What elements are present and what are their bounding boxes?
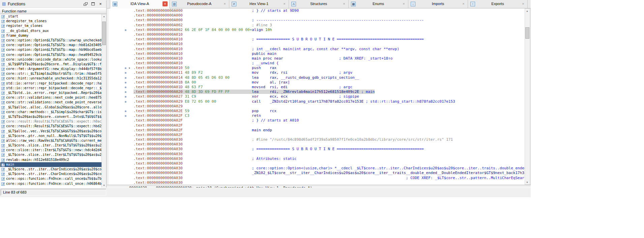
function-list-item[interactable]: fframe_dummy — [0, 33, 102, 38]
disassembly-line[interactable]: .text:000000000000A029 E8 72 05 00 00 ca… — [109, 99, 525, 104]
disassembly-line[interactable]: .text:000000000000A010 ; ===============… — [109, 37, 525, 42]
disassembly-line[interactable]: ▾.text:000000000000A010 50 push rax — [109, 66, 525, 70]
disassembly-line[interactable]: .text:000000000000A030 _ZN102_$LT$core__… — [109, 171, 525, 175]
disassembly-line[interactable]: .text:000000000000A030 — [109, 142, 525, 147]
disassembly-line[interactable]: .text:000000000000A01D 48 63 F7 movsxd r… — [109, 85, 525, 90]
function-list-item[interactable]: f_$LT$$RF$T$u20$as$u20$core..fmt..Displa… — [0, 62, 102, 67]
disassembly-line[interactable]: .text:000000000000A000 ; ---------------… — [109, 18, 525, 23]
functions-scrollbar-thumb[interactable] — [102, 22, 106, 45]
functions-titlebar[interactable]: ▤ Functions × — [0, 0, 106, 8]
function-list-item[interactable]: fcore::option::Option$LT$T$GT$::map::hb8… — [0, 43, 102, 47]
disassembly-line[interactable]: .text:000000000000A010 ; int __cdecl mai… — [109, 47, 525, 52]
disassembly-line[interactable]: .text:000000000000A030 ; core::option::O… — [109, 166, 525, 171]
tab-enums[interactable]: ▦Enums× — [349, 0, 408, 8]
function-list-item[interactable]: fstd::io::error::repr_bitpacked::decode_… — [0, 86, 102, 91]
disassembly-line[interactable]: .text:000000000000A030 — [109, 161, 525, 166]
disassembly-line[interactable]: .text:000000000000A010 main proc near ; … — [109, 56, 525, 61]
disassembly-line[interactable]: .text:000000000000A02E 59 pop rcx — [109, 109, 525, 113]
disassembly-line[interactable]: .text:000000000000A030 — [109, 180, 525, 185]
disassembly-view[interactable]: .text:000000000000A000 ; } // starts at … — [109, 8, 525, 185]
function-list-item[interactable]: f_$LT$core..slice..iter..Iter$LT$T$GT$$u… — [0, 143, 102, 148]
tab-structures[interactable]: AStructures× — [289, 0, 349, 8]
function-name-column-header[interactable]: Function name — [0, 8, 106, 14]
function-list-item[interactable]: fcore::hint::unreachable_unchecked::h1c3… — [0, 76, 102, 81]
disassembly-line[interactable]: .text:000000000000A030 ; Attributes: sta… — [109, 157, 525, 161]
tab-close-icon[interactable]: × — [163, 1, 168, 6]
function-list-item[interactable]: f_$LT$core..str..iter..CharIndices$u20$a… — [0, 167, 102, 172]
tab-close-icon[interactable]: × — [282, 1, 287, 6]
tab-exports[interactable]: ↑Exports× — [468, 0, 528, 8]
function-list-item[interactable]: fcore::str::validations::next_code_point… — [0, 95, 102, 100]
disassembly-line[interactable]: .text:000000000000A02F main endp — [109, 128, 525, 133]
close-button[interactable]: × — [97, 1, 104, 7]
disassembly-line[interactable]: .text:000000000000A014 48 8D 05 45 D6 03… — [109, 75, 525, 80]
maximize-button[interactable] — [90, 1, 96, 7]
disassembly-line[interactable]: .text:000000000000A02F ; } // starts at … — [109, 118, 525, 123]
function-list-item[interactable]: fcore::slice::iter::Iter$LT$T$GT$::new::… — [0, 148, 102, 152]
float-button[interactable] — [83, 1, 89, 7]
function-list-item[interactable]: fcore::ops::function::FnOnce::call_once$… — [0, 176, 102, 181]
function-list-item[interactable]: fcore::result::Result$LT$T$C$E$GT$::expe… — [0, 119, 102, 124]
disassembly-line[interactable]: .text:000000000000A027 31 C9 xor ecx, ec… — [109, 94, 525, 99]
disassembly-line[interactable]: .text:000000000000A030 — [109, 152, 525, 157]
disassembly-line[interactable]: .text:000000000000A010 public main — [109, 52, 525, 56]
scroll-up-arrow-icon[interactable]: ▴ — [102, 14, 106, 19]
function-list-item[interactable]: f_$LT$core..str..iter..CharIndices$u20$a… — [0, 172, 102, 176]
tab-close-icon[interactable]: × — [222, 1, 227, 6]
disassembly-line[interactable]: .text:000000000000A010 — [109, 42, 525, 46]
disassembly-line[interactable]: .text:000000000000A030 ; ===============… — [109, 147, 525, 151]
disassembly-line[interactable]: .text:000000000000A000 ; } // starts at … — [109, 8, 525, 13]
tab-ida-view-a[interactable]: ▤IDA View-A× — [110, 0, 170, 8]
disassembly-line[interactable]: .text:000000000000A030 ; #line "/rustc/8… — [109, 137, 525, 142]
function-list-item[interactable]: fmain — [0, 162, 102, 167]
functions-scrollbar[interactable]: ▴ ▾ — [101, 14, 106, 188]
collapse-arrow-icon[interactable]: ▾ — [128, 66, 130, 70]
disassembly-line[interactable]: .text:000000000000A002 66 2E 0F 1F 84 00… — [109, 28, 525, 32]
disassembly-line[interactable]: .text:000000000000A002 ; #line 3 — [109, 23, 525, 28]
function-list-item[interactable]: f_$LT$std..io..error..repr_bitpacked..Re… — [0, 91, 102, 95]
tab-hex-view-1[interactable]: #Hex View-1× — [229, 0, 289, 8]
function-list-item[interactable]: fregister_tm_clones — [0, 24, 102, 28]
function-list-item[interactable]: f_$LT$core..slice..iter..Iter$LT$T$GT$$u… — [0, 152, 102, 157]
disassembly-line[interactable]: .text:000000000000A02F C3 retn — [109, 113, 525, 118]
disassembly-line[interactable]: .text:000000000000A030 ; CODE XREF: _$LT… — [109, 176, 525, 180]
tab-pseudocode-a[interactable]: ▥Pseudocode-A× — [170, 0, 229, 8]
function-list-item[interactable]: fcore::option::Option$LT$T$GT$::map::hb9… — [0, 47, 102, 52]
function-list-item[interactable]: f__do_global_dtors_aux — [0, 29, 102, 33]
function-list-item[interactable]: fcore::str::validations::next_code_point… — [0, 100, 102, 105]
function-list-item[interactable]: fstd::io::error::repr_bitpacked::decode_… — [0, 81, 102, 86]
function-list-item[interactable]: f_$LT$alloc..alloc..Global$u20$as$u20$co… — [0, 105, 102, 110]
function-list-item[interactable]: frevlab::main::h512e681518e409c2 — [0, 158, 102, 162]
function-list-item[interactable]: fderegister_tm_clones — [0, 19, 102, 24]
function-list-item[interactable]: f_$LT$core..ptr..non_null..NonNull$LT$T$… — [0, 134, 102, 138]
disassembly-line[interactable]: .text:000000000000A000 — [109, 13, 525, 18]
disassembly-scrollbar-thumb[interactable] — [525, 27, 529, 39]
function-list-item[interactable]: fcore::str::_$LT$impl$u20$str$GT$::trim:… — [0, 71, 102, 76]
function-list-item[interactable]: fcore::option::Option$LT$T$GT$::map::hea… — [0, 53, 102, 57]
disassembly-line[interactable]: .text:000000000000A010 — [109, 32, 525, 37]
scroll-down-arrow-icon[interactable]: ▾ — [525, 180, 529, 184]
function-list-item[interactable]: fcore::unicode::unicode_data::white_spac… — [0, 57, 102, 62]
tab-close-icon[interactable]: × — [521, 1, 526, 6]
disassembly-line[interactable]: .text:000000000000A02F — [109, 123, 525, 128]
disassembly-line[interactable]: .text:000000000000A020 48 8D 3D 69 FD FF… — [109, 90, 525, 94]
tab-close-icon[interactable]: × — [342, 1, 347, 6]
function-list-item[interactable]: f_$LT$alloc..vec..Vec$LT$T$C$A$GT$$u20$a… — [0, 129, 102, 134]
scroll-down-arrow-icon[interactable]: ▾ — [102, 183, 106, 188]
scroll-up-arrow-icon[interactable]: ▴ — [525, 9, 529, 13]
disassembly-line[interactable]: .text:000000000000A011 48 89 F2 mov rdx,… — [109, 70, 525, 75]
function-list-item[interactable]: f_start — [0, 14, 102, 19]
function-list-item[interactable]: fcore::fmt::ArgumentV1::new_display::h44… — [0, 67, 102, 71]
function-list-item[interactable]: fcore::result::Result$LT$T$C$E$GT$::expe… — [0, 124, 102, 129]
disassembly-scrollbar[interactable]: ▴ ▾ — [525, 8, 530, 185]
tab-imports[interactable]: ↓Imports× — [408, 0, 468, 8]
disassembly-line[interactable]: .text:000000000000A010 ; __unwind { — [109, 61, 525, 66]
disassembly-line[interactable]: .text:000000000000A02F — [109, 133, 525, 137]
function-list-item[interactable]: fcore::char::methods::_$LT$impl$u20$char… — [0, 110, 102, 114]
tab-close-icon[interactable]: × — [401, 1, 406, 6]
function-list-item[interactable]: f_$LT$T$u20$as$u20$core..convert..Into$L… — [0, 114, 102, 119]
function-list-item[interactable]: fcore::option::Option$LT$T$GT$::unwrap_u… — [0, 38, 102, 43]
function-list-item[interactable]: fcore::ops::function::FnOnce::call_once:… — [0, 181, 102, 186]
disassembly-line[interactable]: .text:000000000000A029 — [109, 104, 525, 109]
tab-close-icon[interactable]: × — [461, 1, 466, 6]
